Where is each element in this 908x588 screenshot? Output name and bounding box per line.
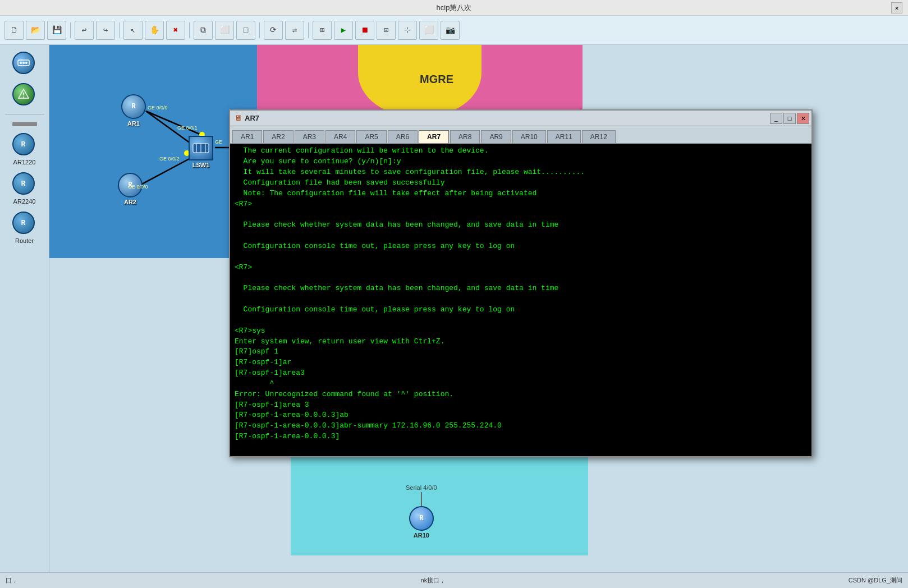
tab-AR11[interactable]: AR11: [547, 130, 581, 143]
toolbar-route-btn[interactable]: ⇌: [285, 21, 304, 40]
port-label-ge000-2: GE 0/0/0: [128, 184, 148, 190]
toolbar-new-btn[interactable]: 🗋: [4, 21, 24, 40]
net-device-AR10[interactable]: Serial 4/0/0 R AR10: [406, 484, 437, 539]
port-label-ge001: GE 0/0/1: [177, 125, 198, 131]
window-controls: _ □ ✕: [770, 113, 809, 124]
toolbar-save-btn[interactable]: 💾: [47, 21, 66, 40]
sidebar-item-dev1[interactable]: [2, 49, 47, 79]
sidebar-item-AR1220[interactable]: R AR1220: [2, 131, 47, 168]
win-minimize-btn[interactable]: _: [770, 113, 782, 124]
sidebar-item-dev2[interactable]: [2, 81, 47, 110]
terminal-tabs: AR1 AR2 AR3 AR4 AR5 AR6 AR7 AR8 AR9 AR10…: [230, 126, 811, 144]
title-bar: hcip第八次 ✕: [0, 0, 908, 16]
toolbar-delete-btn[interactable]: ✖: [166, 21, 185, 40]
toolbar-play-btn[interactable]: ▶: [334, 21, 353, 40]
port-label-ge002: GE 0/0/2: [159, 156, 180, 162]
sidebar-icon-AR1220: R: [12, 133, 37, 158]
toolbar-open-btn[interactable]: 📂: [26, 21, 45, 40]
terminal-output: 0.0.0.3 Serial4/0/1 8.8.8.8 Full -------…: [235, 144, 585, 440]
tab-AR7[interactable]: AR7: [419, 130, 449, 143]
port-label-ge000: GE 0/0/0: [148, 105, 168, 111]
net-device-AR1[interactable]: R AR1: [121, 94, 146, 127]
toolbar-sep4: [259, 22, 260, 38]
ar10-label: AR10: [414, 532, 429, 539]
sidebar-sep1: [5, 114, 44, 115]
svg-point-1: [20, 62, 22, 64]
main-area: R AR1220 R AR2240 R Router MGRE: [0, 45, 908, 572]
toolbar: 🗋 📂 💾 ↩ ↪ ↖ ✋ ✖ ⧉ ⬜ □ ⟳ ⇌ ⊞ ▶ ⏹ ⊡ ⊹ ⬜ 📷: [0, 16, 908, 45]
win-close-btn[interactable]: ✕: [797, 113, 809, 124]
status-bar: 口， nk接口， CSDN @DLG_渊问: [0, 572, 908, 588]
mgre-label: MGRE: [420, 73, 453, 86]
sidebar-icon-AR2240: R: [12, 172, 37, 197]
svg-point-3: [25, 62, 27, 64]
toolbar-capture-btn[interactable]: 📷: [441, 21, 460, 40]
toolbar-zoom-btn[interactable]: ⊡: [377, 21, 396, 40]
toolbar-text-btn[interactable]: ⬜: [215, 21, 234, 40]
sidebar-icon-dev2: [12, 83, 37, 108]
svg-point-2: [22, 62, 25, 64]
toolbar-sep3: [189, 22, 190, 38]
lsw1-icon: [189, 136, 213, 160]
toolbar-topology-btn[interactable]: ⊹: [398, 21, 417, 40]
port-label-ge: GE: [215, 139, 222, 145]
toolbar-shape-btn[interactable]: □: [236, 21, 255, 40]
toolbar-sep1: [70, 22, 71, 38]
status-left: 口，: [6, 576, 18, 585]
tab-AR10[interactable]: AR10: [512, 130, 546, 143]
serial-line: [421, 492, 422, 506]
ar1-icon: R: [121, 94, 146, 119]
ar2-label: AR2: [124, 199, 136, 205]
win-restore-btn[interactable]: □: [783, 113, 796, 124]
toolbar-window-btn[interactable]: ⬜: [419, 21, 438, 40]
toolbar-image-btn[interactable]: ⊞: [313, 21, 332, 40]
toolbar-connect-btn[interactable]: ⟳: [264, 21, 283, 40]
canvas-area[interactable]: MGRE R AR1 R AR2: [49, 45, 908, 572]
tab-AR2[interactable]: AR2: [263, 130, 293, 143]
toolbar-redo-btn[interactable]: ↪: [96, 21, 115, 40]
toolbar-copy-btn[interactable]: ⧉: [194, 21, 213, 40]
sidebar-icon-dev1: [12, 52, 37, 76]
toolbar-undo-btn[interactable]: ↩: [75, 21, 94, 40]
toolbar-select-btn[interactable]: ↖: [123, 21, 143, 40]
left-sidebar: R AR1220 R AR2240 R Router: [0, 45, 49, 572]
svg-point-6: [23, 97, 24, 98]
tab-AR12[interactable]: AR12: [582, 130, 616, 143]
ar10-inner: R AR10: [406, 506, 437, 539]
status-right: CSDN @DLG_渊问: [849, 576, 902, 585]
toolbar-sep5: [308, 22, 309, 38]
tab-AR1[interactable]: AR1: [232, 130, 262, 143]
ar1-label: AR1: [127, 120, 140, 127]
toolbar-stop-btn[interactable]: ⏹: [355, 21, 374, 40]
net-device-LSW1[interactable]: LSW1: [189, 136, 213, 168]
tab-AR3[interactable]: AR3: [295, 130, 324, 143]
terminal-window: 🖥 AR7 _ □ ✕ AR1 AR2 AR3 AR4 AR5 AR6 AR7 …: [229, 109, 813, 457]
tab-AR8[interactable]: AR8: [450, 130, 480, 143]
tab-AR6[interactable]: AR6: [388, 130, 418, 143]
sidebar-label-AR2240: AR2240: [13, 198, 36, 205]
lsw1-label: LSW1: [192, 162, 210, 168]
sidebar-item-blank: [2, 120, 47, 128]
sidebar-item-AR2240[interactable]: R AR2240: [2, 170, 47, 207]
sidebar-item-Router[interactable]: R Router: [2, 209, 47, 246]
app-title: hcip第八次: [437, 3, 472, 13]
ar10-icon: R: [409, 506, 434, 531]
terminal-icon: 🖥: [235, 114, 242, 123]
title-close-button[interactable]: ✕: [891, 2, 902, 13]
sidebar-label-AR1220: AR1220: [13, 159, 36, 166]
tab-AR5[interactable]: AR5: [356, 130, 386, 143]
terminal-title: AR7: [245, 114, 259, 122]
terminal-content[interactable]: 0.0.0.3 Serial4/0/1 8.8.8.8 Full -------…: [230, 144, 811, 456]
tab-AR4[interactable]: AR4: [325, 130, 355, 143]
terminal-title-bar: 🖥 AR7 _ □ ✕: [230, 111, 811, 126]
sidebar-icon-Router: R: [12, 212, 37, 236]
blue-network-area: [49, 45, 257, 258]
sidebar-label-Router: Router: [15, 237, 34, 244]
serial-label: Serial 4/0/0: [406, 484, 437, 491]
toolbar-sep2: [119, 22, 120, 38]
status-mid: nk接口，: [421, 576, 446, 585]
tab-AR9[interactable]: AR9: [481, 130, 511, 143]
toolbar-pan-btn[interactable]: ✋: [145, 21, 164, 40]
